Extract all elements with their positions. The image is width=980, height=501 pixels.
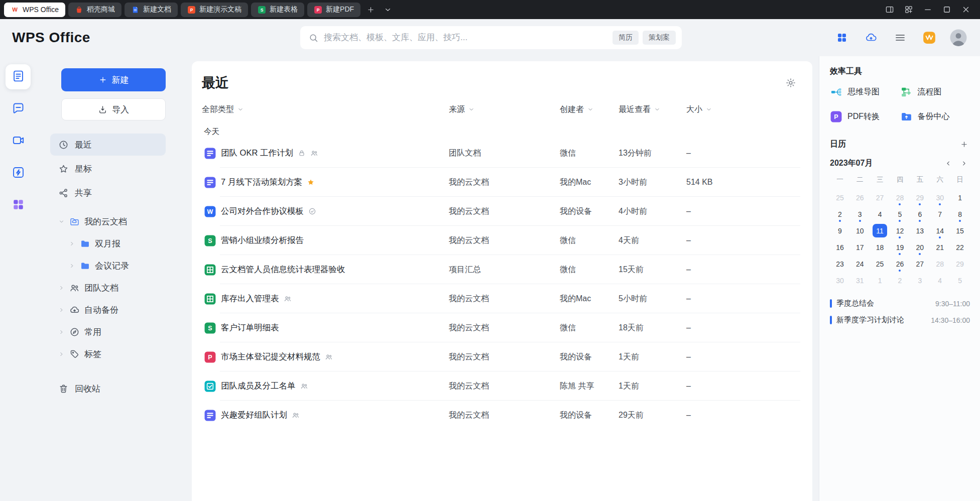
sidebar-tree-item[interactable]: 常用 (50, 321, 166, 342)
menu-button[interactable] (891, 28, 910, 47)
rail-item-docs-home[interactable] (6, 64, 31, 89)
calendar-day[interactable]: 25 (830, 189, 850, 206)
filter-creator[interactable]: 创建者 (560, 104, 619, 115)
calendar-day[interactable]: 2 (830, 206, 850, 222)
calendar-day[interactable]: 19 (890, 239, 910, 256)
panel-toggle-button[interactable] (883, 3, 897, 17)
search-tag-1[interactable]: 简历 (612, 31, 639, 45)
file-row[interactable]: S客户订单明细表我的云文档微信18天前– (202, 313, 800, 342)
calendar-event[interactable]: 新季度学习计划讨论14:30–16:00 (830, 315, 970, 325)
calendar-day[interactable]: 24 (850, 256, 870, 272)
calendar-day[interactable]: 2 (890, 272, 910, 289)
sidebar-item-trash[interactable]: 回收站 (50, 378, 166, 400)
calendar-day[interactable]: 22 (950, 239, 970, 256)
minimize-button[interactable] (921, 3, 935, 17)
calendar-day[interactable]: 1 (870, 272, 890, 289)
maximize-button[interactable] (940, 3, 954, 17)
calendar-day[interactable]: 5 (950, 272, 970, 289)
calendar-day[interactable]: 4 (870, 206, 890, 222)
chevron-right-icon[interactable] (69, 240, 75, 247)
calendar-day[interactable]: 26 (890, 256, 910, 272)
sidebar-tree-item[interactable]: 双月报 (50, 233, 166, 254)
calendar-day[interactable]: 20 (910, 239, 930, 256)
calendar-day[interactable]: 12 (890, 222, 910, 239)
calendar-day[interactable]: 7 (930, 206, 950, 222)
avatar-button[interactable] (949, 28, 968, 47)
new-tab-button[interactable] (363, 3, 378, 17)
rail-item-chat[interactable] (6, 96, 31, 121)
file-row[interactable]: 团队成员及分工名单我的云文档陈旭 共享1天前– (202, 371, 800, 401)
calendar-day[interactable]: 25 (870, 256, 890, 272)
calendar-day[interactable]: 16 (830, 239, 850, 256)
calendar-day[interactable]: 29 (910, 189, 930, 206)
filter-source[interactable]: 来源 (449, 104, 560, 115)
calendar-day[interactable]: 3 (910, 272, 930, 289)
close-button[interactable] (959, 3, 973, 17)
calendar-day[interactable]: 31 (850, 272, 870, 289)
file-row[interactable]: 团队 OKR 工作计划团队文档微信13分钟前– (202, 139, 800, 168)
calendar-day[interactable]: 15 (950, 222, 970, 239)
sidebar-tree-item[interactable]: 自动备份 (50, 299, 166, 320)
calendar-event[interactable]: 季度总结会9:30–11:00 (830, 299, 970, 308)
chevron-right-icon[interactable] (58, 307, 65, 313)
calendar-day[interactable]: 18 (870, 239, 890, 256)
next-month-button[interactable] (958, 157, 970, 169)
calendar-day[interactable]: 4 (930, 272, 950, 289)
window-tab[interactable]: WWPS Office (4, 3, 65, 17)
window-tab[interactable]: S新建表格 (251, 3, 304, 17)
file-row[interactable]: 云文档管人员信息统计表理器验收项目汇总微信15天前– (202, 255, 800, 284)
filter-size[interactable]: 大小 (686, 104, 800, 115)
window-tab[interactable]: P新建演示文稿 (181, 3, 248, 17)
widgets-button[interactable] (902, 3, 916, 17)
calendar-day[interactable]: 14 (930, 222, 950, 239)
calendar-day[interactable]: 11 (870, 222, 890, 239)
file-row[interactable]: 库存出入管理表我的云文档我的Mac5小时前– (202, 284, 800, 313)
chevron-right-icon[interactable] (58, 285, 65, 291)
calendar-day[interactable]: 23 (830, 256, 850, 272)
calendar-day[interactable]: 5 (890, 206, 910, 222)
filter-viewed[interactable]: 最近查看 (619, 104, 686, 115)
calendar-day[interactable]: 1 (950, 189, 970, 206)
sidebar-tree-item[interactable]: 标签 (50, 343, 166, 364)
calendar-day[interactable]: 27 (870, 189, 890, 206)
tool-flowchart[interactable]: 流程图 (900, 86, 970, 98)
cloud-sync-button[interactable] (862, 28, 881, 47)
sidebar-tree-item[interactable]: 会议记录 (50, 255, 166, 276)
calendar-day[interactable]: 8 (950, 206, 970, 222)
calendar-day[interactable]: 30 (830, 272, 850, 289)
global-search-bar[interactable]: 简历策划案 (300, 26, 682, 49)
calendar-day[interactable]: 29 (950, 256, 970, 272)
calendar-day[interactable]: 28 (890, 189, 910, 206)
calendar-day[interactable]: 28 (930, 256, 950, 272)
calendar-day[interactable]: 9 (830, 222, 850, 239)
calendar-day[interactable]: 6 (910, 206, 930, 222)
window-tab[interactable]: P新建PDF (307, 3, 360, 17)
prev-month-button[interactable] (942, 157, 954, 169)
tool-mindmap[interactable]: 思维导图 (830, 86, 900, 98)
calendar-day[interactable]: 30 (930, 189, 950, 206)
sidebar-item-star[interactable]: 星标 (50, 158, 166, 180)
filter-type[interactable]: 全部类型 (202, 104, 449, 115)
window-tab[interactable]: 新建文档 (125, 3, 178, 17)
sidebar-item-clock[interactable]: 最近 (50, 134, 166, 156)
add-event-button[interactable] (958, 138, 970, 150)
settings-gear-button[interactable] (785, 74, 796, 88)
chevron-right-icon[interactable] (58, 329, 65, 335)
tool-backup-center[interactable]: 备份中心 (900, 110, 970, 123)
sidebar-tree-item[interactable]: 团队文档 (50, 277, 166, 298)
vip-button[interactable] (920, 28, 939, 47)
calendar-day[interactable]: 17 (850, 239, 870, 256)
file-row[interactable]: P市场主体登记提交材料规范我的云文档我的设备1天前– (202, 342, 800, 371)
tool-pdf-convert[interactable]: PPDF转换 (830, 110, 900, 123)
tab-dropdown-button[interactable] (381, 3, 395, 17)
search-tag-2[interactable]: 策划案 (643, 31, 676, 45)
chevron-right-icon[interactable] (69, 263, 75, 269)
file-row[interactable]: 7 月线下活动策划方案我的云文档我的Mac3小时前514 KB (202, 168, 800, 197)
calendar-day[interactable]: 26 (850, 189, 870, 206)
file-row[interactable]: S营销小组业绩分析报告我的云文档微信4天前– (202, 226, 800, 255)
search-input[interactable] (324, 33, 603, 43)
rail-item-meeting[interactable] (6, 129, 31, 154)
apps-grid-button[interactable] (832, 28, 851, 47)
file-row[interactable]: W公司对外合作协议模板我的云文档我的设备4小时前– (202, 197, 800, 226)
calendar-day[interactable]: 21 (930, 239, 950, 256)
